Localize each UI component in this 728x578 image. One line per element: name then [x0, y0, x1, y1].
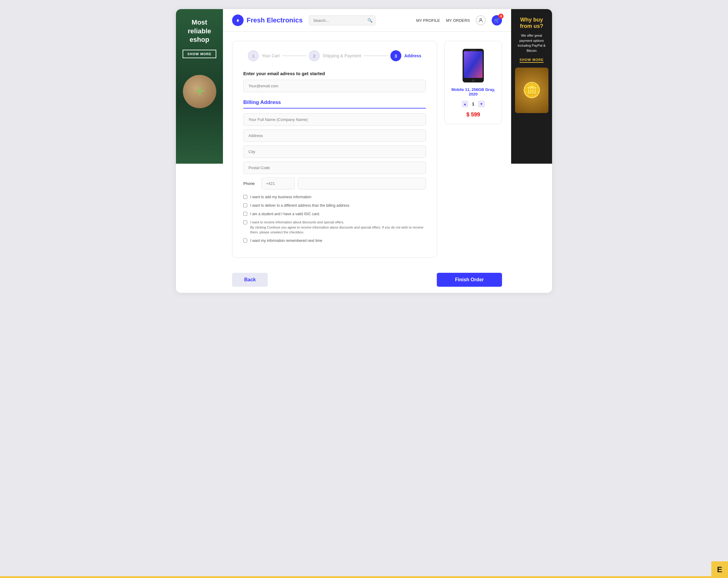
left-banner: Most reliable eshop SHOW MORE ✛ [176, 9, 223, 164]
city-input[interactable] [243, 145, 426, 158]
email-section: Enter your email adress to get started [243, 71, 426, 92]
product-image [458, 47, 488, 84]
qty-value: 1 [470, 102, 476, 106]
main-content: 1 Your Cart 2 Shipping & Payment 3 Addre… [223, 32, 511, 267]
nav-my-orders[interactable]: MY ORDERS [446, 18, 470, 23]
phone-row: Phone [243, 177, 426, 189]
svg-rect-5 [470, 50, 476, 51]
email-input[interactable] [243, 80, 426, 92]
order-summary: Mobile 11, 256GB Gray, 2020 ▲ 1 ▼ $ 599 [444, 41, 502, 124]
email-section-label: Enter your email adress to get started [243, 71, 426, 76]
qty-down-button[interactable]: ▼ [478, 101, 485, 107]
qty-up-button[interactable]: ▲ [462, 101, 468, 107]
name-row [243, 113, 426, 126]
checkbox-business-input[interactable] [243, 195, 247, 199]
checkbox-remember: I want my information remembered next ti… [243, 238, 426, 243]
left-banner-image: ✛ [181, 64, 218, 119]
checkbox-discounts-input[interactable] [243, 220, 247, 224]
checkbox-different-address-input[interactable] [243, 203, 247, 207]
right-banner-description: We offer great payment options including… [515, 33, 548, 53]
phone-label: Phone [243, 181, 258, 186]
product-price: $ 599 [466, 112, 480, 118]
header: ♦ Fresh Electronics 🔍 MY PROFILE MY ORDE… [223, 9, 511, 32]
nav-links: MY PROFILE MY ORDERS 🛒 4 [416, 15, 502, 25]
back-button[interactable]: Back [232, 273, 268, 287]
search-input[interactable] [309, 16, 375, 25]
coins-icon: 🪙 [522, 82, 541, 99]
address-row [243, 130, 426, 142]
phone-number-input[interactable] [298, 177, 426, 189]
search-icon[interactable]: 🔍 [367, 18, 372, 23]
checkbox-different-address-label: I want to deliver to a different address… [250, 203, 349, 208]
search-bar: 🔍 [309, 16, 375, 25]
bottom-bar: Back Finish Order [223, 267, 511, 293]
checkbox-student: I am a student and I have a valid ISIC c… [243, 211, 426, 217]
right-banner: Why buy from us? We offer great payment … [511, 9, 552, 164]
checkbox-student-label: I am a student and I have a valid ISIC c… [250, 211, 320, 217]
checkbox-business: I want to add my business information [243, 194, 426, 200]
svg-point-0 [480, 19, 482, 20]
postal-input[interactable] [243, 162, 426, 174]
step-2-label: Shipping & Payment [323, 53, 361, 58]
yellow-bottom-bar [0, 576, 728, 578]
e-badge[interactable]: E [711, 561, 728, 578]
right-banner-title: Why buy from us? [515, 17, 548, 29]
logo-area: ♦ Fresh Electronics [232, 15, 303, 26]
postal-row [243, 162, 426, 174]
speaker-icon: ✛ [195, 86, 204, 97]
logo-diamond-icon: ♦ [232, 15, 243, 26]
address-input[interactable] [243, 130, 426, 142]
coins-image: 🪙 [515, 67, 548, 113]
checkbox-remember-label: I want my information remembered next ti… [250, 238, 322, 243]
name-input[interactable] [243, 113, 426, 126]
step-3: 3 Address [390, 50, 421, 61]
step-2-circle: 2 [309, 50, 320, 61]
checkbox-business-label: I want to add my business information [250, 194, 311, 200]
step-3-label: Address [404, 53, 421, 58]
step-1-label: Your Cart [262, 53, 280, 58]
speaker-image: ✛ [183, 75, 216, 108]
phone-svg [460, 48, 487, 83]
step-divider-1 [282, 55, 306, 56]
logo-text: Fresh Electronics [246, 17, 303, 24]
nav-my-profile[interactable]: MY PROFILE [416, 18, 440, 23]
phone-country-input[interactable] [261, 177, 295, 189]
page-wrapper: Most reliable eshop SHOW MORE ✛ Why buy … [176, 9, 552, 293]
checkbox-different-address: I want to deliver to a different address… [243, 203, 426, 208]
qty-control: ▲ 1 ▼ [462, 101, 485, 107]
cart-icon[interactable]: 🛒 4 [492, 15, 502, 25]
checkbox-discounts: I want to receive information about disc… [243, 220, 426, 235]
svg-rect-3 [464, 51, 483, 78]
checkbox-student-input[interactable] [243, 212, 247, 216]
checkbox-remember-input[interactable] [243, 239, 247, 243]
cart-badge: 4 [498, 13, 503, 19]
step-divider-2 [364, 55, 388, 56]
step-3-circle: 3 [390, 50, 401, 61]
step-1-circle: 1 [248, 50, 259, 61]
finish-order-button[interactable]: Finish Order [437, 273, 502, 287]
checkbox-discounts-label: I want to receive information about disc… [250, 220, 426, 235]
profile-icon[interactable] [476, 16, 486, 25]
svg-point-4 [472, 79, 474, 82]
step-1: 1 Your Cart [248, 50, 280, 61]
city-row [243, 145, 426, 158]
product-name: Mobile 11, 256GB Gray, 2020 [449, 87, 497, 97]
steps-row: 1 Your Cart 2 Shipping & Payment 3 Addre… [243, 50, 426, 61]
left-banner-title: Most reliable eshop [181, 18, 218, 44]
checkout-card: 1 Your Cart 2 Shipping & Payment 3 Addre… [232, 41, 437, 258]
right-banner-show-more[interactable]: SHOW MORE [520, 58, 544, 63]
billing-title: Billing Address [243, 100, 426, 109]
step-2: 2 Shipping & Payment [309, 50, 361, 61]
billing-section: Billing Address Phone [243, 100, 426, 243]
left-banner-show-more[interactable]: SHOW MORE [183, 50, 216, 58]
